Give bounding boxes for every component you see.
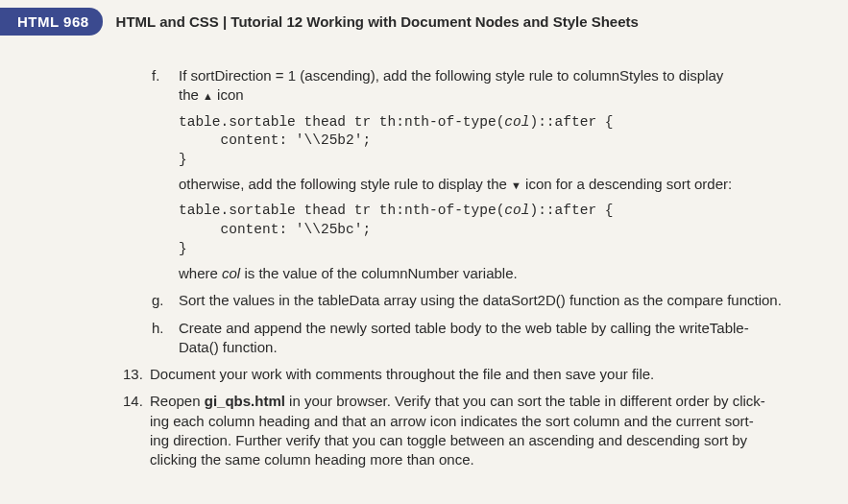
step-f-text-a: If sortDirection = 1 (ascending), add th… bbox=[179, 67, 723, 84]
triangle-up-icon bbox=[203, 86, 213, 103]
step-g-text: Sort the values in the tableData array u… bbox=[179, 292, 782, 308]
step-14-text-a: Reopen bbox=[150, 393, 205, 409]
code-text: content: '\\25bc'; bbox=[179, 222, 371, 237]
step-f-end-a: where bbox=[179, 265, 222, 281]
step-13: 13.Document your work with comments thro… bbox=[113, 365, 810, 384]
step-14-text-b: in your browser. Verify that you can sor… bbox=[285, 393, 765, 409]
code-text: )::after { bbox=[529, 114, 613, 130]
page-content: f.If sortDirection = 1 (ascending), add … bbox=[0, 47, 848, 469]
step-h-text-a: Create and append the newly sorted table… bbox=[179, 320, 749, 336]
step-13-text: Document your work with comments through… bbox=[150, 366, 654, 382]
step-14-text-c: ing each column heading and that an arro… bbox=[150, 413, 754, 429]
code-text: } bbox=[179, 241, 187, 256]
code-italic: col bbox=[504, 203, 529, 218]
step-h: h.Create and append the newly sorted tab… bbox=[113, 319, 810, 358]
step-f-end-col: col bbox=[222, 265, 240, 281]
step-14-marker: 14. bbox=[123, 392, 150, 411]
step-f-marker: f. bbox=[152, 66, 179, 85]
step-14: 14.Reopen gi_qbs.html in your browser. V… bbox=[113, 392, 810, 469]
code-block-1: table.sortable thead tr th:nth-of-type(c… bbox=[179, 113, 810, 170]
code-text: table.sortable thead tr th:nth-of-type( bbox=[179, 203, 504, 218]
step-f-text-b: the bbox=[179, 86, 203, 103]
step-h-marker: h. bbox=[152, 319, 179, 338]
step-f-mid-b: icon for a descending sort order: bbox=[521, 176, 732, 192]
triangle-down-icon bbox=[511, 176, 521, 192]
page-number-badge: HTML 968 bbox=[0, 8, 103, 36]
step-h-text-b: Data() function. bbox=[179, 339, 278, 355]
code-text: content: '\\25b2'; bbox=[179, 132, 371, 148]
step-14-text-e: clicking the same column heading more th… bbox=[150, 451, 474, 468]
code-text: table.sortable thead tr th:nth-of-type( bbox=[179, 114, 504, 130]
step-f: f.If sortDirection = 1 (ascending), add … bbox=[113, 66, 810, 106]
code-text: } bbox=[179, 152, 187, 167]
step-13-marker: 13. bbox=[123, 365, 150, 384]
page-header: HTML 968 HTML and CSS | Tutorial 12 Work… bbox=[0, 0, 848, 47]
code-block-2: table.sortable thead tr th:nth-of-type(c… bbox=[179, 202, 810, 258]
code-text: )::after { bbox=[529, 203, 613, 218]
step-f-end: where col is the value of the columnNumb… bbox=[113, 264, 810, 283]
step-f-text-c: icon bbox=[213, 86, 244, 103]
step-g-marker: g. bbox=[152, 291, 179, 310]
chapter-title: HTML and CSS | Tutorial 12 Working with … bbox=[116, 13, 639, 30]
step-14-filename: gi_qbs.html bbox=[205, 393, 285, 409]
step-f-end-c: is the value of the columnNumber variabl… bbox=[240, 265, 517, 281]
step-g: g.Sort the values in the tableData array… bbox=[113, 291, 810, 310]
step-f-mid: otherwise, add the following style rule … bbox=[113, 175, 810, 194]
step-14-text-d: ing direction. Further verify that you c… bbox=[150, 432, 747, 448]
code-italic: col bbox=[504, 114, 529, 130]
step-f-mid-a: otherwise, add the following style rule … bbox=[179, 176, 511, 192]
